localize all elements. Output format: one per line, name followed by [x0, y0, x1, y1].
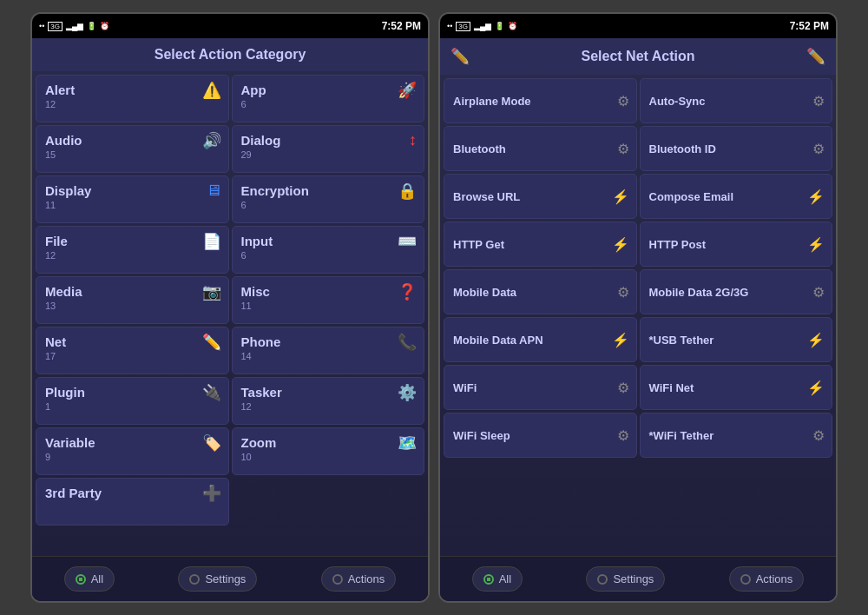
gear-icon: ⚙ [617, 284, 629, 301]
category-name: File [45, 234, 220, 248]
net-action-item[interactable]: Compose Email ⚡ [640, 174, 833, 219]
category-item[interactable]: Encryption 6 🔒 [232, 175, 425, 223]
category-count: 15 [45, 149, 220, 160]
categories-grid: Alert 12 ⚠️ App 6 🚀 Audio 15 🔊 Dialog 29… [36, 75, 424, 526]
category-item[interactable]: App 6 🚀 [232, 75, 425, 122]
net-action-item[interactable]: Mobile Data ⚙ [444, 269, 637, 314]
net-action-item[interactable]: WiFi Sleep ⚙ [444, 413, 637, 458]
category-item[interactable]: Dialog 29 ↕️ [232, 125, 425, 173]
status-bar-left-icons: •• 3G ▂▄▆ 🔋 ⏰ [39, 22, 109, 31]
left-phone: •• 3G ▂▄▆ 🔋 ⏰ 7:52 PM Select Action Cate… [30, 12, 430, 603]
category-item[interactable]: Alert 12 ⚠️ [36, 75, 229, 122]
right-nav-settings[interactable]: Settings [586, 566, 665, 592]
category-count: 6 [241, 250, 416, 261]
left-actions-label: Actions [348, 572, 385, 585]
category-icon: 🏷️ [202, 433, 221, 453]
category-name: Misc [241, 284, 416, 299]
left-nav-all[interactable]: All [64, 566, 115, 592]
category-icon: ⚙️ [398, 383, 417, 402]
net-item-name: WiFi Net [649, 381, 824, 394]
left-screen-title: Select Action Category [43, 47, 418, 63]
net-action-item[interactable]: *USB Tether ⚡ [640, 317, 833, 362]
net-item-name: *WiFi Tether [649, 429, 824, 442]
category-count: 12 [45, 99, 220, 109]
net-item-name: HTTP Get [453, 238, 628, 251]
bolt-icon: ⚡ [807, 380, 825, 396]
category-item[interactable]: Zoom 10 🗺️ [232, 427, 425, 475]
left-content-area[interactable]: Alert 12 ⚠️ App 6 🚀 Audio 15 🔊 Dialog 29… [32, 71, 428, 556]
net-action-item[interactable]: Bluetooth ID ⚙ [640, 126, 833, 171]
bars-icon-r: ▂▄▆ [474, 22, 491, 30]
net-item-name: WiFi Sleep [453, 429, 628, 442]
right-phone: •• 3G ▂▄▆ 🔋 ⏰ 7:52 PM ✏️ Select Net Acti… [438, 12, 838, 603]
right-app-screen: ✏️ Select Net Action ✏️ Airplane Mode ⚙ … [440, 38, 836, 601]
left-nav-actions[interactable]: Actions [321, 566, 397, 592]
status-time: 7:52 PM [382, 20, 421, 32]
net-item-name: Mobile Data 2G/3G [649, 286, 824, 299]
net-action-item[interactable]: Airplane Mode ⚙ [444, 78, 637, 123]
category-count: 11 [45, 200, 220, 210]
bolt-icon: ⚡ [612, 332, 629, 348]
right-content-area[interactable]: Airplane Mode ⚙ Auto-Sync ⚙ Bluetooth ⚙ … [440, 75, 836, 556]
net-action-item[interactable]: Auto-Sync ⚙ [640, 78, 833, 123]
all-dot-r [483, 574, 494, 585]
net-action-item[interactable]: *WiFi Tether ⚙ [640, 413, 833, 458]
category-name: Tasker [241, 385, 416, 400]
bolt-icon: ⚡ [807, 188, 825, 205]
gear-icon: ⚙ [617, 93, 629, 109]
net-item-name: Bluetooth [453, 142, 628, 155]
category-item[interactable]: Misc 11 ❓ [232, 276, 425, 324]
category-icon: ⚠️ [202, 81, 221, 100]
net-action-item[interactable]: HTTP Post ⚡ [640, 222, 833, 267]
net-action-item[interactable]: WiFi Net ⚡ [640, 365, 833, 410]
category-name: 3rd Party [45, 486, 220, 500]
bolt-icon: ⚡ [807, 332, 825, 348]
net-action-item[interactable]: Browse URL ⚡ [444, 174, 637, 219]
category-item[interactable]: Phone 14 📞 [232, 327, 425, 374]
pencil-right-icon: ✏️ [806, 47, 825, 66]
network-icon: 3G [48, 22, 62, 31]
category-name: Media [45, 284, 220, 299]
category-item[interactable]: Media 13 📷 [36, 276, 229, 324]
category-item[interactable]: Tasker 12 ⚙️ [232, 377, 425, 425]
category-icon: ✏️ [202, 333, 221, 352]
net-action-item[interactable]: Bluetooth ⚙ [444, 126, 637, 171]
category-name: Input [241, 234, 416, 248]
net-action-item[interactable]: Mobile Data APN ⚡ [444, 317, 637, 362]
category-name: App [241, 83, 416, 97]
net-action-item[interactable]: WiFi ⚙ [444, 365, 637, 410]
category-icon: 📷 [202, 282, 221, 301]
bolt-icon: ⚡ [612, 188, 629, 205]
signal-icon: •• [39, 22, 44, 30]
category-icon: ➕ [202, 484, 221, 503]
gear-icon: ⚙ [812, 93, 825, 109]
net-action-item[interactable]: Mobile Data 2G/3G ⚙ [640, 269, 833, 314]
category-name: Net [45, 334, 220, 349]
right-nav-all[interactable]: All [472, 566, 523, 592]
pencil-left-icon: ✏️ [450, 47, 470, 66]
left-nav-settings[interactable]: Settings [178, 566, 257, 592]
category-name: Encryption [241, 183, 416, 198]
category-name: Display [45, 183, 220, 198]
right-all-label: All [499, 572, 511, 585]
status-bar-right-time: 7:52 PM [790, 20, 829, 32]
category-item[interactable]: Display 11 🖥 [36, 175, 229, 223]
category-count: 12 [241, 401, 416, 412]
category-count: 17 [45, 351, 220, 361]
gear-icon: ⚙ [617, 380, 629, 396]
category-count: 11 [241, 301, 416, 311]
right-nav-actions[interactable]: Actions [729, 566, 805, 592]
net-item-name: Browse URL [453, 190, 628, 203]
left-all-label: All [91, 572, 103, 585]
category-item[interactable]: Plugin 1 🔌 [36, 377, 229, 425]
net-actions-grid: Airplane Mode ⚙ Auto-Sync ⚙ Bluetooth ⚙ … [444, 78, 832, 458]
category-name: Audio [45, 133, 220, 148]
category-count: 10 [241, 452, 416, 462]
category-item[interactable]: 3rd Party ➕ [36, 478, 229, 526]
category-item[interactable]: Audio 15 🔊 [36, 125, 229, 173]
category-item[interactable]: Net 17 ✏️ [36, 327, 229, 374]
category-item[interactable]: File 12 📄 [36, 226, 229, 274]
net-action-item[interactable]: HTTP Get ⚡ [444, 222, 637, 267]
category-item[interactable]: Variable 9 🏷️ [36, 427, 229, 475]
category-item[interactable]: Input 6 ⌨️ [232, 226, 425, 274]
